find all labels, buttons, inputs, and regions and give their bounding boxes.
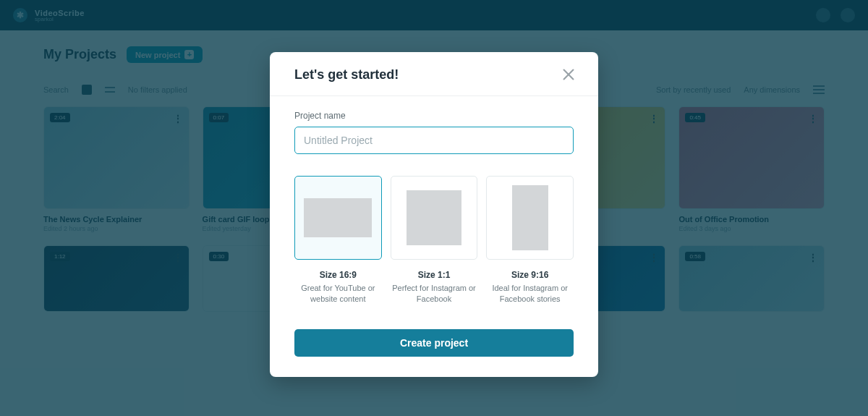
size-sub: Ideal for Instagram or Facebook stories xyxy=(487,283,574,305)
size-title: Size 1:1 xyxy=(418,270,451,280)
create-project-button[interactable]: Create project xyxy=(294,329,574,357)
size-options: Size 16:9 Great for YouTube or website c… xyxy=(294,176,574,305)
size-sub: Great for YouTube or website content xyxy=(294,283,381,305)
size-option-9-16[interactable]: Size 9:16 Ideal for Instagram or Faceboo… xyxy=(486,176,574,305)
size-option-1-1[interactable]: Size 1:1 Perfect for Instagram or Facebo… xyxy=(391,176,478,305)
modal-title: Let's get started! xyxy=(294,67,399,82)
size-title: Size 16:9 xyxy=(320,270,357,280)
project-name-label: Project name xyxy=(294,111,574,121)
size-title: Size 9:16 xyxy=(511,270,548,280)
aspect-preview-9-16 xyxy=(512,185,548,250)
aspect-preview-1-1 xyxy=(407,190,461,245)
close-icon[interactable] xyxy=(561,67,576,82)
modal-overlay: Let's get started! Project name Size 16:… xyxy=(0,0,868,416)
size-sub: Perfect for Instagram or Facebook xyxy=(391,283,477,305)
aspect-preview-16-9 xyxy=(304,198,372,237)
size-option-16-9[interactable]: Size 16:9 Great for YouTube or website c… xyxy=(294,176,382,305)
project-name-input[interactable] xyxy=(294,127,574,154)
new-project-modal: Let's get started! Project name Size 16:… xyxy=(270,52,598,377)
